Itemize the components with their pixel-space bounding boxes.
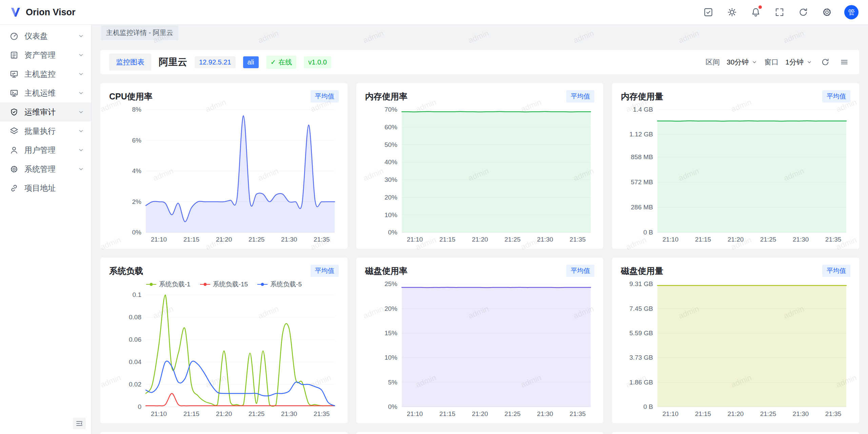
chart-card-system-load: 系统负载 平均值 00.020.040.060.080.121:1021:152…	[100, 258, 348, 423]
system-icon	[9, 165, 19, 174]
svg-text:21:25: 21:25	[504, 236, 520, 243]
svg-text:21:15: 21:15	[695, 410, 711, 417]
svg-text:0.04: 0.04	[129, 358, 141, 365]
chart-canvas[interactable]: 00.020.040.060.080.121:1021:1521:2021:25…	[109, 278, 339, 418]
chart-canvas[interactable]: 0 B1.86 GB3.73 GB5.59 GB7.45 GB9.31 GB21…	[621, 278, 850, 418]
svg-text:572 MB: 572 MB	[631, 178, 653, 186]
checklist-icon[interactable]	[702, 6, 715, 19]
disk-usage-amount-chart[interactable]: 0 B1.86 GB3.73 GB5.59 GB7.45 GB9.31 GB21…	[621, 278, 850, 418]
chart-title: 系统负载	[109, 265, 143, 277]
svg-text:0 B: 0 B	[644, 403, 653, 410]
refresh-charts-button[interactable]	[819, 56, 831, 68]
sidebar-item-assets[interactable]: 资产管理	[0, 45, 91, 64]
app-logo: Orion Visor	[9, 6, 76, 18]
svg-text:0.08: 0.08	[129, 314, 141, 321]
svg-text:0%: 0%	[388, 229, 397, 236]
sidebar-item-host-ops[interactable]: 主机运维	[0, 83, 91, 102]
memory-usage-amount-chart[interactable]: 0 B286 MB572 MB858 MB1.12 GB1.4 GB21:102…	[621, 103, 850, 244]
host-code-tag: ali	[243, 56, 259, 68]
host-ip-tag: 12.92.5.21	[195, 56, 236, 68]
breadcrumb[interactable]: 主机监控详情 - 阿里云	[101, 25, 178, 40]
legend-item[interactable]: 系统负载-1	[146, 280, 191, 289]
chart-canvas[interactable]: 0%10%20%30%40%50%60%70%21:1021:1521:2021…	[365, 103, 595, 244]
system-load-chart[interactable]: 00.020.040.060.080.121:1021:1521:2021:25…	[109, 278, 339, 418]
sidebar-item-label: 资产管理	[24, 50, 72, 60]
svg-text:20%: 20%	[384, 194, 397, 201]
sidebar-item-system-mgmt[interactable]: 系统管理	[0, 159, 91, 178]
svg-text:21:35: 21:35	[825, 236, 842, 243]
svg-text:1.86 GB: 1.86 GB	[630, 379, 653, 386]
fullscreen-icon[interactable]	[773, 6, 786, 19]
svg-text:21:30: 21:30	[281, 236, 297, 243]
chart-card-disk-usage-pct: 磁盘使用率 平均值 0%5%10%15%20%25%21:1021:1521:2…	[356, 258, 604, 423]
svg-text:21:10: 21:10	[407, 410, 423, 417]
sidebar-item-dashboard[interactable]: 仪表盘	[0, 26, 91, 45]
refresh-icon	[821, 58, 830, 67]
svg-text:21:10: 21:10	[407, 236, 423, 243]
svg-text:21:25: 21:25	[249, 410, 265, 417]
sidebar-item-project-link[interactable]: 项目地址	[0, 178, 91, 197]
disk-usage-pct-chart[interactable]: 0%5%10%15%20%25%21:1021:1521:2021:2521:3…	[365, 278, 595, 418]
svg-text:21:10: 21:10	[151, 236, 167, 243]
window-select[interactable]: 1分钟	[785, 57, 812, 67]
svg-text:21:35: 21:35	[314, 236, 330, 243]
sidebar-item-ops-audit[interactable]: 运维审计	[0, 102, 91, 121]
average-badge[interactable]: 平均值	[566, 265, 594, 277]
svg-text:21:25: 21:25	[760, 236, 776, 243]
chart-legend[interactable]: 系统负载-1系统负载-15系统负载-5	[109, 280, 339, 289]
range-value: 30分钟	[727, 57, 749, 67]
legend-item[interactable]: 系统负载-5	[257, 280, 302, 289]
range-select[interactable]: 30分钟	[727, 57, 757, 67]
chart-canvas[interactable]: 0 B286 MB572 MB858 MB1.12 GB1.4 GB21:102…	[621, 103, 850, 244]
svg-text:70%: 70%	[384, 106, 397, 113]
svg-text:30%: 30%	[384, 176, 397, 183]
average-badge[interactable]: 平均值	[311, 90, 339, 102]
svg-text:21:30: 21:30	[793, 236, 809, 243]
svg-text:286 MB: 286 MB	[631, 204, 653, 211]
chart-title: 内存使用率	[365, 91, 408, 102]
sidebar-item-user-mgmt[interactable]: 用户管理	[0, 140, 91, 159]
assets-icon	[9, 51, 19, 60]
status-text: 在线	[278, 58, 292, 67]
chart-title: 内存使用量	[621, 91, 663, 102]
chevron-down-icon	[78, 33, 84, 39]
sidebar-item-label: 仪表盘	[24, 31, 72, 41]
chevron-down-icon	[806, 59, 812, 65]
svg-text:0 B: 0 B	[644, 229, 653, 236]
average-badge[interactable]: 平均值	[822, 265, 850, 277]
memory-usage-pct-chart[interactable]: 0%10%20%30%40%50%60%70%21:1021:1521:2021…	[365, 103, 595, 244]
bell-icon[interactable]	[749, 6, 762, 19]
menu-fold-icon	[75, 419, 83, 428]
svg-text:21:25: 21:25	[504, 410, 520, 417]
chart-canvas[interactable]: 0%5%10%15%20%25%21:1021:1521:2021:2521:3…	[365, 278, 595, 418]
refresh-icon[interactable]	[797, 6, 810, 19]
svg-text:21:15: 21:15	[183, 410, 200, 417]
users-icon	[9, 146, 19, 155]
range-label: 区间	[706, 57, 720, 67]
chart-canvas[interactable]: 0%2%4%6%8%21:1021:1521:2021:2521:3021:35	[109, 103, 339, 244]
chevron-down-icon	[78, 52, 84, 58]
hamburger-icon	[840, 58, 849, 67]
svg-text:21:20: 21:20	[216, 410, 232, 417]
svg-text:10%: 10%	[384, 354, 397, 361]
average-badge[interactable]: 平均值	[566, 90, 594, 102]
monitor-chart-tab[interactable]: 监控图表	[109, 54, 151, 71]
svg-text:858 MB: 858 MB	[631, 153, 653, 161]
chart-layout-menu-button[interactable]	[838, 56, 850, 68]
legend-item[interactable]: 系统负载-15	[200, 280, 248, 289]
average-badge[interactable]: 平均值	[311, 265, 339, 277]
svg-text:0: 0	[138, 403, 141, 410]
average-badge[interactable]: 平均值	[822, 90, 850, 102]
svg-text:0.06: 0.06	[129, 336, 141, 343]
svg-text:5%: 5%	[388, 379, 397, 386]
chevron-down-icon	[78, 166, 84, 172]
sidebar-item-host-monitor[interactable]: 主机监控	[0, 64, 91, 83]
settings-gear-icon[interactable]	[821, 6, 833, 19]
sidebar-item-batch-exec[interactable]: 批量执行	[0, 121, 91, 140]
sidebar-collapse-button[interactable]	[73, 418, 86, 429]
user-avatar[interactable]: 管	[844, 5, 859, 19]
cpu-usage-chart[interactable]: 0%2%4%6%8%21:1021:1521:2021:2521:3021:35	[109, 103, 339, 244]
svg-text:3.73 GB: 3.73 GB	[630, 354, 653, 361]
theme-icon[interactable]	[726, 6, 738, 19]
svg-text:0.1: 0.1	[133, 291, 141, 298]
